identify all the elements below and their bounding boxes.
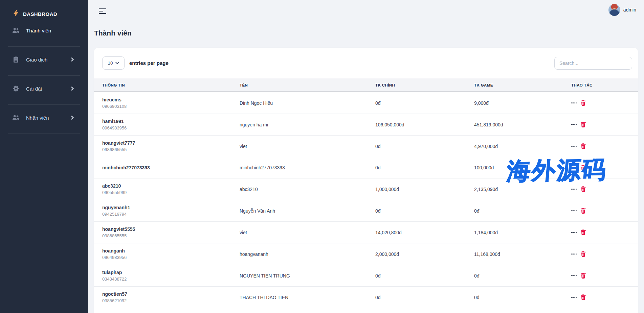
col-header-tk-chinh: TK CHÍNH <box>367 78 466 92</box>
col-header-ten: TÊN <box>231 78 367 92</box>
users-icon <box>12 28 20 33</box>
sidebar-item-giao-dich[interactable]: Giao dịch <box>0 52 88 67</box>
table-row: minhchinh277073393 minhchinh277073393 0đ… <box>94 157 638 178</box>
trash-icon[interactable] <box>581 230 586 235</box>
row-name: NGUYEN TIEN TRUNG <box>231 265 367 287</box>
row-actions-menu-button[interactable] <box>571 101 577 105</box>
row-actions-menu-button[interactable] <box>571 144 577 148</box>
chevron-right-icon <box>71 57 74 62</box>
hamburger-icon[interactable] <box>99 8 106 14</box>
row-tk-chinh: 0đ <box>367 136 466 157</box>
row-phone: 0966903108 <box>102 103 231 110</box>
avatar <box>608 4 620 16</box>
chevron-down-icon <box>115 62 119 64</box>
row-actions-menu-button[interactable] <box>571 252 577 256</box>
entries-per-page-label: entries per page <box>129 60 169 66</box>
row-phone: 0986865555 <box>102 233 231 239</box>
sidebar-item-cai-dat[interactable]: Cài đặt <box>0 81 88 96</box>
row-name: viet <box>231 136 367 157</box>
sidebar: DASHBROAD Thành viên Giao dịch <box>0 0 88 313</box>
row-phone: 0343438722 <box>102 276 231 282</box>
table-row: abc3210 0905555999 abc3210 1,000,000đ 2,… <box>94 178 638 200</box>
row-tk-chinh: 0đ <box>367 265 466 287</box>
row-phone: 0385621092 <box>102 298 231 304</box>
row-username: hoanganh <box>102 247 231 254</box>
trash-icon[interactable] <box>581 165 586 171</box>
row-name: THACH THI DAO TIEN <box>231 287 367 308</box>
row-username: hoangviet5555 <box>102 226 231 233</box>
user-menu[interactable]: admin <box>608 4 636 16</box>
row-tk-game: 4,970,000đ <box>466 136 563 157</box>
trash-icon[interactable] <box>581 251 586 257</box>
row-actions-menu-button[interactable] <box>571 295 577 299</box>
sidebar-divider <box>8 104 80 105</box>
row-tk-game: 1,184,000đ <box>466 222 563 243</box>
members-table: THÔNG TIN TÊN TK CHÍNH TK GAME THAO TÁC … <box>94 78 638 308</box>
table-row: hoangviet5555 0986865555 viet 14,020,800… <box>94 222 638 243</box>
page-size-select[interactable]: 10 <box>102 56 125 70</box>
row-username: tulaphap <box>102 269 231 276</box>
trash-icon[interactable] <box>581 122 586 127</box>
row-tk-game: 0đ <box>466 200 563 222</box>
sidebar-item-label: Cài đặt <box>26 86 42 92</box>
row-username: abc3210 <box>102 183 231 189</box>
sidebar-item-thanh-vien[interactable]: Thành viên <box>0 23 88 38</box>
chevron-right-icon <box>71 87 74 91</box>
sidebar-item-label: Nhân viên <box>26 115 49 121</box>
col-header-thong-tin: THÔNG TIN <box>94 78 231 92</box>
col-header-tk-game: TK GAME <box>466 78 563 92</box>
row-actions-menu-button[interactable] <box>571 231 577 235</box>
row-tk-chinh: 1,000,000đ <box>367 178 466 200</box>
table-row: nguyenanh1 0942519794 Nguyễn Văn Anh 0đ … <box>94 200 638 222</box>
main-content: admin Thành viên 10 entries per page THÔ… <box>88 0 644 313</box>
trash-icon[interactable] <box>581 273 586 279</box>
sidebar-item-label: Thành viên <box>26 28 51 33</box>
row-actions-menu-button[interactable] <box>571 274 577 278</box>
row-username: nguyenanh1 <box>102 204 231 211</box>
row-name: Đinh Ngọc Hiếu <box>231 92 367 114</box>
row-phone: 0942519794 <box>102 211 231 217</box>
row-username: minhchinh277073393 <box>102 164 231 171</box>
row-tk-game: 0đ <box>466 265 563 287</box>
table-row: ngoctien57 0385621092 THACH THI DAO TIEN… <box>94 287 638 308</box>
row-actions-menu-button[interactable] <box>571 187 577 191</box>
row-name: viet <box>231 222 367 243</box>
table-row: hoangviet7777 0986865555 viet 0đ 4,970,0… <box>94 136 638 157</box>
row-tk-chinh: 2,000,000đ <box>367 243 466 265</box>
row-tk-chinh: 0đ <box>367 157 466 178</box>
row-actions-menu-button[interactable] <box>571 166 577 170</box>
row-actions-menu-button[interactable] <box>571 123 577 127</box>
trash-icon[interactable] <box>581 294 586 300</box>
trash-icon[interactable] <box>581 100 586 106</box>
row-tk-chinh: 0đ <box>367 200 466 222</box>
row-name: abc3210 <box>231 178 367 200</box>
row-phone: 0964983956 <box>102 255 231 261</box>
row-tk-chinh: 106,050,000đ <box>367 114 466 136</box>
trash-icon[interactable] <box>581 143 586 149</box>
row-actions-menu-button[interactable] <box>571 209 577 213</box>
trash-icon[interactable] <box>581 208 586 214</box>
sidebar-item-nhan-vien[interactable]: Nhân viên <box>0 110 88 125</box>
table-row: hami1991 0964983956 nguyen ha mi 106,050… <box>94 114 638 136</box>
brand-logo[interactable]: DASHBROAD <box>0 0 88 19</box>
row-tk-game: 451,819,000đ <box>466 114 563 136</box>
row-name: hoangvananh <box>231 243 367 265</box>
row-phone: 0905555999 <box>102 190 231 196</box>
row-tk-chinh: 14,020,800đ <box>367 222 466 243</box>
member-table-body: hieucms 0966903108 Đinh Ngọc Hiếu 0đ 9,0… <box>94 92 638 308</box>
row-phone: 0986865555 <box>102 147 231 153</box>
row-tk-game: 0đ <box>466 287 563 308</box>
trash-icon[interactable] <box>581 186 586 192</box>
row-tk-chinh: 0đ <box>367 92 466 114</box>
page-size-value: 10 <box>108 61 113 66</box>
search-input[interactable] <box>554 57 632 70</box>
sidebar-divider <box>8 75 80 76</box>
row-username: hami1991 <box>102 118 231 125</box>
users-icon <box>12 115 20 120</box>
row-name: Nguyễn Văn Anh <box>231 200 367 222</box>
row-username: hoangviet7777 <box>102 140 231 146</box>
row-username: ngoctien57 <box>102 291 231 297</box>
sidebar-divider <box>8 134 80 134</box>
row-name: nguyen ha mi <box>231 114 367 136</box>
chevron-right-icon <box>71 116 74 120</box>
